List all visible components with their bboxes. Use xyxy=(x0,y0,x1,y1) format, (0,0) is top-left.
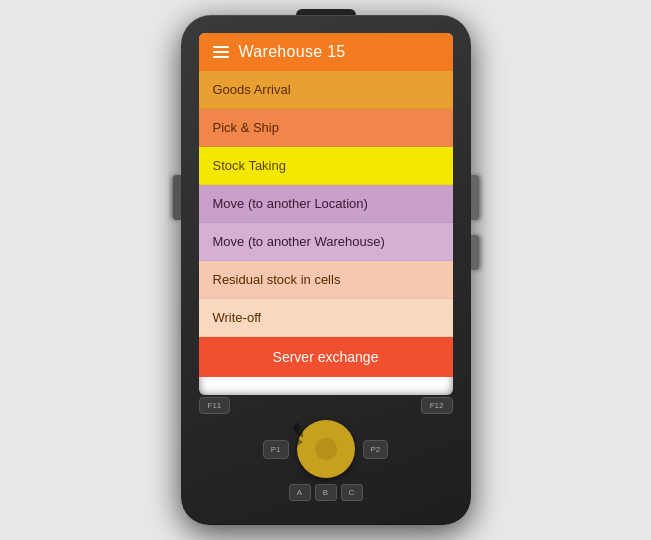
dpad-center[interactable] xyxy=(315,438,337,460)
dpad-right-arrow xyxy=(297,438,303,446)
device-body: Warehouse 15 Goods Arrival Pick & Ship S… xyxy=(181,15,471,525)
side-button-right-2[interactable] xyxy=(471,235,479,270)
menu-item-stock-taking[interactable]: Stock Taking xyxy=(199,147,453,185)
dpad-left-arrow xyxy=(297,430,303,438)
key-c[interactable]: C xyxy=(341,484,363,501)
menu-item-goods-arrival[interactable]: Goods Arrival xyxy=(199,71,453,109)
side-button-left[interactable] xyxy=(173,175,181,220)
menu-item-move-location[interactable]: Move (to another Location) xyxy=(199,185,453,223)
dpad-up-arrow xyxy=(293,420,301,428)
p1-key[interactable]: P1 xyxy=(263,440,289,459)
key-b[interactable]: B xyxy=(315,484,337,501)
menu-item-write-off[interactable]: Write-off xyxy=(199,299,453,337)
p2-key[interactable]: P2 xyxy=(363,440,389,459)
keypad-area: F11 F12 P1 P2 A B C xyxy=(195,397,457,515)
menu-item-pick-ship[interactable]: Pick & Ship xyxy=(199,109,453,147)
f11-key[interactable]: F11 xyxy=(199,397,231,414)
server-exchange-button[interactable]: Server exchange xyxy=(199,337,453,377)
menu-list: Goods Arrival Pick & Ship Stock Taking M… xyxy=(199,71,453,337)
letter-key-row: A B C xyxy=(289,484,363,501)
key-a[interactable]: A xyxy=(289,484,311,501)
app-header: Warehouse 15 xyxy=(199,33,453,71)
handheld-device: Warehouse 15 Goods Arrival Pick & Ship S… xyxy=(181,15,471,525)
menu-item-move-warehouse[interactable]: Move (to another Warehouse) xyxy=(199,223,453,261)
hamburger-menu-icon[interactable] xyxy=(213,46,229,58)
nav-cluster: P1 P2 xyxy=(263,420,389,478)
menu-item-residual-stock[interactable]: Residual stock in cells xyxy=(199,261,453,299)
app-title: Warehouse 15 xyxy=(239,43,346,61)
dpad[interactable] xyxy=(297,420,355,478)
f12-key[interactable]: F12 xyxy=(421,397,453,414)
side-button-right-1[interactable] xyxy=(471,175,479,220)
fn-key-row: F11 F12 xyxy=(195,397,457,414)
screen: Warehouse 15 Goods Arrival Pick & Ship S… xyxy=(199,33,453,395)
